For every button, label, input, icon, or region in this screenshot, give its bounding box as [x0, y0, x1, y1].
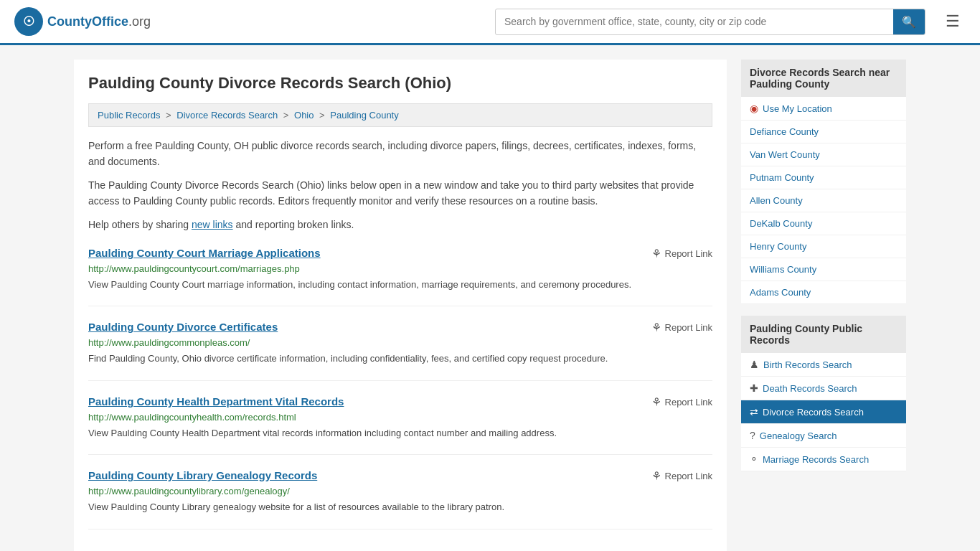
location-pin-icon: ◉	[750, 103, 758, 114]
report-link-2[interactable]: ⚘ Report Link	[651, 395, 712, 409]
divorce-records-link[interactable]: Divorce Records Search	[763, 407, 864, 418]
sidebar: Divorce Records Search near Paulding Cou…	[741, 60, 906, 551]
new-links-link[interactable]: new links	[192, 219, 233, 230]
use-location-link[interactable]: Use My Location	[763, 103, 832, 114]
description-1: Perform a free Paulding County, OH publi…	[88, 138, 712, 170]
record-title: Paulding County Health Department Vital …	[88, 395, 344, 408]
report-icon: ⚘	[651, 247, 661, 260]
record-url: http://www.pauldingcommonpleas.com/	[88, 337, 712, 348]
person-icon: ♟	[750, 359, 759, 370]
breadcrumb: Public Records > Divorce Records Search …	[88, 103, 712, 127]
birth-records-link[interactable]: Birth Records Search	[763, 359, 852, 370]
breadcrumb-paulding-county[interactable]: Paulding County	[330, 110, 398, 121]
sidebar-item-vanwert[interactable]: Van Wert County	[741, 143, 906, 166]
report-link-3[interactable]: ⚘ Report Link	[651, 469, 712, 483]
sidebar-item-divorce-records[interactable]: ⇄ Divorce Records Search	[741, 400, 906, 424]
cross-icon: ✚	[750, 382, 758, 394]
williams-county-link[interactable]: Williams County	[750, 264, 816, 275]
report-icon: ⚘	[651, 395, 661, 409]
report-icon: ⚘	[651, 321, 661, 334]
record-title: Paulding County Divorce Certificates	[88, 321, 278, 333]
defiance-county-link[interactable]: Defiance County	[750, 126, 819, 137]
sidebar-item-birth-records[interactable]: ♟ Birth Records Search	[741, 353, 906, 377]
record-url: http://www.pauldingcountyhealth.com/reco…	[88, 412, 712, 423]
sidebar-item-allen[interactable]: Allen County	[741, 189, 906, 212]
record-title: Paulding County Court Marriage Applicati…	[88, 247, 321, 259]
record-url: http://www.pauldingcountycourt.com/marri…	[88, 263, 712, 274]
records-list: Paulding County Court Marriage Applicati…	[88, 247, 712, 529]
sidebar-nearby-section: Divorce Records Search near Paulding Cou…	[741, 60, 906, 304]
sidebar-item-death-records[interactable]: ✚ Death Records Search	[741, 377, 906, 400]
report-link-0[interactable]: ⚘ Report Link	[651, 247, 712, 260]
record-url: http://www.pauldingcountylibrary.com/gen…	[88, 486, 712, 496]
site-header: ☉ CountyOffice.org 🔍 ☰	[0, 0, 980, 45]
record-title: Paulding County Library Genealogy Record…	[88, 469, 317, 481]
genealogy-link[interactable]: Genealogy Search	[760, 430, 837, 441]
page-title: Paulding County Divorce Records Search (…	[88, 74, 712, 93]
putnam-county-link[interactable]: Putnam County	[750, 172, 814, 183]
record-desc: Find Paulding County, Ohio divorce certi…	[88, 352, 712, 366]
sidebar-item-putnam[interactable]: Putnam County	[741, 166, 906, 189]
sidebar-public-records-header: Paulding County Public Records	[741, 316, 906, 353]
dekalb-county-link[interactable]: DeKalb County	[750, 218, 812, 229]
description-3: Help others by sharing new links and rep…	[88, 217, 712, 232]
record-item: Paulding County Divorce Certificates ⚘ R…	[88, 321, 712, 381]
report-icon: ⚘	[651, 469, 661, 483]
question-icon: ?	[750, 430, 755, 441]
record-desc: View Paulding County Library genealogy w…	[88, 500, 712, 514]
logo-text: CountyOffice.org	[47, 14, 151, 29]
sidebar-item-genealogy[interactable]: ? Genealogy Search	[741, 424, 906, 448]
menu-button[interactable]: ☰	[940, 9, 966, 34]
content-area: Paulding County Divorce Records Search (…	[74, 60, 727, 551]
arrows-icon: ⇄	[750, 406, 758, 418]
breadcrumb-ohio[interactable]: Ohio	[294, 110, 314, 121]
description-2: The Paulding County Divorce Records Sear…	[88, 177, 712, 209]
record-desc: View Paulding County Health Department v…	[88, 426, 712, 441]
search-button[interactable]: 🔍	[893, 9, 925, 34]
sidebar-item-henry[interactable]: Henry County	[741, 235, 906, 258]
sidebar-public-records-section: Paulding County Public Records ♟ Birth R…	[741, 316, 906, 471]
sidebar-item-williams[interactable]: Williams County	[741, 258, 906, 281]
sidebar-nearby-header: Divorce Records Search near Paulding Cou…	[741, 60, 906, 97]
record-link[interactable]: Paulding County Library Genealogy Record…	[88, 469, 317, 481]
record-desc: View Paulding County Court marriage info…	[88, 278, 712, 292]
sidebar-item-dekalb[interactable]: DeKalb County	[741, 212, 906, 235]
record-link[interactable]: Paulding County Court Marriage Applicati…	[88, 247, 321, 259]
record-item: Paulding County Library Genealogy Record…	[88, 469, 712, 529]
sidebar-item-marriage-records[interactable]: ⚬ Marriage Records Search	[741, 448, 906, 471]
rings-icon: ⚬	[750, 453, 758, 465]
record-item: Paulding County Health Department Vital …	[88, 395, 712, 456]
sidebar-item-adams[interactable]: Adams County	[741, 281, 906, 304]
vanwert-county-link[interactable]: Van Wert County	[750, 149, 820, 160]
marriage-records-link[interactable]: Marriage Records Search	[763, 454, 869, 465]
report-link-1[interactable]: ⚘ Report Link	[651, 321, 712, 334]
record-link[interactable]: Paulding County Divorce Certificates	[88, 321, 278, 333]
allen-county-link[interactable]: Allen County	[750, 195, 803, 206]
record-link[interactable]: Paulding County Health Department Vital …	[88, 395, 344, 408]
site-logo[interactable]: ☉ CountyOffice.org	[14, 7, 151, 36]
sidebar-item-defiance[interactable]: Defiance County	[741, 121, 906, 143]
record-item: Paulding County Court Marriage Applicati…	[88, 247, 712, 307]
breadcrumb-public-records[interactable]: Public Records	[98, 110, 160, 121]
henry-county-link[interactable]: Henry County	[750, 241, 806, 252]
logo-icon: ☉	[14, 7, 43, 36]
search-input[interactable]	[496, 10, 893, 33]
adams-county-link[interactable]: Adams County	[750, 287, 811, 298]
main-wrapper: Paulding County Divorce Records Search (…	[60, 45, 920, 551]
sidebar-use-location[interactable]: ◉ Use My Location	[741, 97, 906, 121]
death-records-link[interactable]: Death Records Search	[763, 383, 857, 394]
search-bar: 🔍	[495, 9, 925, 35]
breadcrumb-divorce-records[interactable]: Divorce Records Search	[176, 110, 278, 121]
